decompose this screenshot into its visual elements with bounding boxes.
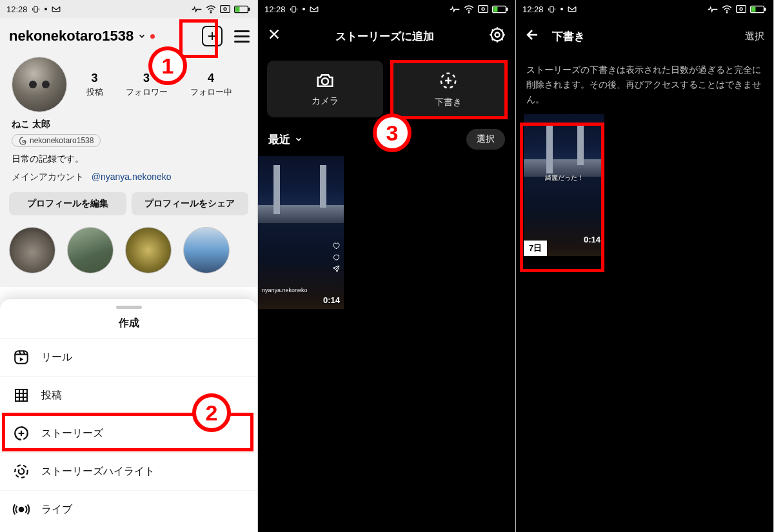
svg-rect-0	[34, 6, 37, 12]
share-profile-button[interactable]: プロフィールをシェア	[132, 192, 249, 215]
menu-button[interactable]	[234, 30, 250, 43]
tab-drafts[interactable]: 下書き	[391, 61, 507, 117]
battery-icon	[750, 5, 767, 14]
tab-camera[interactable]: カメラ	[267, 61, 383, 117]
sheet-item-stories[interactable]: ストーリーズ	[0, 415, 257, 453]
thumb-duration: 0:14	[323, 295, 340, 305]
screen-3-drafts: 12:28 下書き 選択 ストーリーズの下書きは表示された日数が過ぎると完全に削…	[516, 0, 774, 532]
wifi-icon	[464, 5, 474, 13]
username-switcher[interactable]: nekonekotaro1538	[9, 28, 155, 44]
svg-point-17	[482, 8, 484, 10]
highlight-item[interactable]	[183, 227, 230, 273]
stat-posts[interactable]: 3 投稿	[86, 72, 103, 98]
svg-point-2	[210, 12, 211, 13]
notification-dot-icon	[302, 7, 306, 11]
close-button[interactable]	[267, 27, 281, 45]
svg-point-12	[19, 507, 24, 512]
close-icon	[267, 27, 281, 41]
edit-profile-button[interactable]: プロフィールを編集	[9, 192, 126, 215]
highlight-item[interactable]	[67, 227, 114, 273]
thumb-duration: 0:14	[584, 235, 600, 244]
create-button[interactable]	[202, 26, 223, 46]
draft-icon	[439, 71, 458, 90]
bio-text: 日常の記録です。	[12, 153, 246, 165]
back-arrow-icon	[525, 27, 541, 43]
status-time: 12:28	[264, 5, 286, 14]
heartrate-icon	[192, 6, 202, 13]
stat-followers[interactable]: 3 フォロワー	[126, 72, 168, 98]
page-title: 下書き	[541, 29, 745, 44]
sheet-item-highlight[interactable]: ストーリーズハイライト	[0, 453, 257, 491]
gmail-icon	[568, 6, 577, 12]
comment-icon	[332, 253, 340, 261]
send-icon	[332, 265, 340, 273]
svg-point-21	[491, 29, 504, 41]
reel-icon	[13, 349, 30, 366]
signal-box-icon	[478, 5, 488, 13]
notification-dot-icon	[560, 7, 564, 11]
svg-point-4	[224, 8, 226, 10]
gmail-icon	[52, 6, 61, 12]
thumb-days-remaining: 7日	[524, 241, 547, 256]
gear-icon	[488, 26, 506, 44]
status-bar: 12:28	[0, 0, 257, 18]
highlight-item[interactable]	[9, 227, 55, 273]
heartrate-icon	[450, 6, 460, 13]
svg-rect-13	[292, 6, 295, 12]
gmail-icon	[310, 6, 319, 12]
media-thumb[interactable]: nyanya.nekoneko 0:14	[258, 156, 344, 309]
create-sheet: 作成 リール 投稿 ストーリーズ	[0, 299, 257, 532]
svg-point-27	[726, 12, 727, 13]
wifi-icon	[722, 5, 732, 13]
avatar[interactable]	[12, 57, 67, 112]
recent-dropdown[interactable]: 最近	[268, 132, 303, 147]
svg-rect-20	[493, 6, 498, 12]
battery-icon	[234, 5, 251, 14]
draft-thumb[interactable]: 綺麗だった！ 0:14 7日	[524, 114, 604, 256]
svg-rect-7	[235, 6, 240, 12]
username-text: nekonekotaro1538	[9, 28, 134, 44]
vibrate-icon	[548, 5, 556, 14]
svg-point-15	[468, 12, 469, 13]
stat-following[interactable]: 4 フォロー中	[190, 72, 232, 98]
thumb-caption: nyanya.nekoneko	[262, 287, 308, 293]
chevron-down-icon	[294, 135, 303, 144]
heartrate-icon	[708, 6, 718, 13]
stories-icon	[13, 425, 30, 442]
svg-rect-28	[737, 6, 746, 13]
select-button[interactable]: 選択	[745, 30, 764, 43]
threads-link[interactable]: nekonekotaro1538	[12, 134, 101, 147]
threads-icon	[19, 137, 27, 145]
vibrate-icon	[290, 5, 298, 14]
live-icon	[13, 501, 30, 518]
select-button[interactable]: 選択	[466, 129, 505, 150]
back-button[interactable]	[525, 27, 541, 45]
status-bar: 12:28	[516, 0, 773, 18]
plus-icon	[206, 30, 218, 42]
status-bar: 12:28	[258, 0, 515, 18]
wifi-icon	[206, 5, 216, 13]
threads-handle: nekonekotaro1538	[30, 136, 94, 145]
main-account-row: メインアカウント @nyanya.nekoneko	[12, 172, 246, 183]
notification-dot-icon	[44, 7, 48, 11]
highlight-item[interactable]	[125, 227, 172, 273]
sheet-item-post[interactable]: 投稿	[0, 377, 257, 415]
chevron-down-icon	[137, 32, 146, 41]
sheet-handle[interactable]	[116, 306, 142, 309]
status-time: 12:28	[522, 5, 544, 14]
heart-icon	[332, 242, 340, 250]
display-name: ねこ 太郎	[12, 119, 246, 130]
main-account-link[interactable]: @nyanya.nekoneko	[92, 172, 172, 182]
status-time: 12:28	[6, 5, 28, 14]
sheet-item-live[interactable]: ライブ	[0, 491, 257, 528]
sheet-item-reel[interactable]: リール	[0, 339, 257, 377]
svg-point-22	[495, 33, 500, 37]
settings-button[interactable]	[488, 26, 506, 46]
svg-point-29	[740, 8, 742, 10]
svg-rect-25	[550, 6, 553, 12]
svg-rect-3	[221, 6, 230, 13]
svg-point-11	[15, 465, 28, 478]
screen-1-profile: 12:28 nekonekotaro1538	[0, 0, 258, 532]
notification-dot-icon	[150, 34, 155, 39]
screen-2-add-story: 12:28 ストーリーズに追加 カメ	[258, 0, 516, 532]
